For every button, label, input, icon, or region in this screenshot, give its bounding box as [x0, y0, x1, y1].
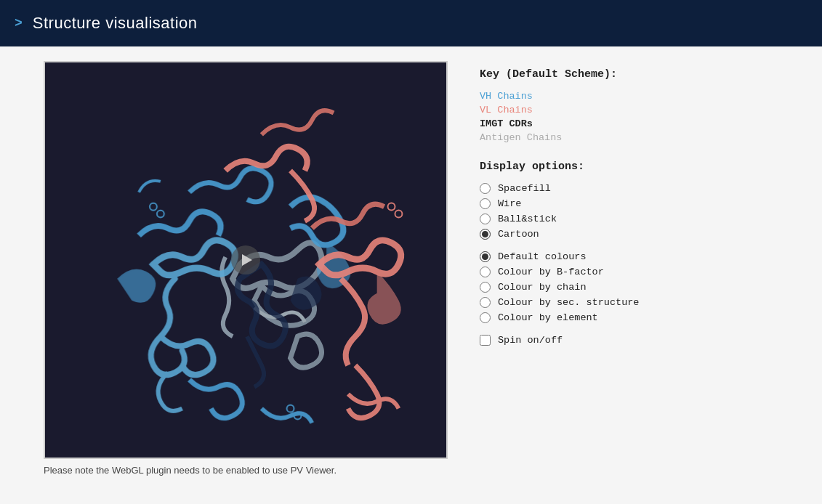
- molecule-viewer[interactable]: [44, 61, 448, 459]
- key-item-imgt: IMGT CDRs: [480, 118, 778, 129]
- spin-checkbox-input[interactable]: [480, 335, 491, 346]
- radio-element-input[interactable]: [480, 312, 491, 323]
- spin-label: Spin on/off: [498, 335, 563, 346]
- radio-ballstick-input[interactable]: [480, 214, 491, 224]
- radio-sec-structure-label: Colour by sec. structure: [498, 297, 639, 308]
- main-content: Please note the WebGL plugin needs to be…: [0, 46, 822, 490]
- page-title: Structure visualisation: [33, 14, 198, 33]
- radio-spacefill-label: Spacefill: [498, 183, 551, 194]
- radio-element[interactable]: Colour by element: [480, 312, 778, 323]
- radio-cartoon-input[interactable]: [480, 229, 491, 240]
- radio-cartoon[interactable]: Cartoon: [480, 229, 778, 240]
- radio-default-colours-label: Default colours: [498, 251, 587, 262]
- radio-wire-label: Wire: [498, 198, 521, 209]
- display-options-title: Display options:: [480, 160, 778, 173]
- colour-mode-group: Default colours Colour by B-factor Colou…: [480, 251, 778, 323]
- header: > Structure visualisation: [0, 0, 822, 46]
- radio-element-label: Colour by element: [498, 312, 598, 323]
- radio-ballstick[interactable]: Ball&stick: [480, 214, 778, 224]
- key-item-vh: VH Chains: [480, 91, 778, 102]
- key-item-antigen: Antigen Chains: [480, 132, 778, 143]
- radio-sec-structure-input[interactable]: [480, 297, 491, 308]
- radio-chain-label: Colour by chain: [498, 282, 587, 293]
- radio-wire-input[interactable]: [480, 198, 491, 209]
- radio-spacefill-input[interactable]: [480, 183, 491, 194]
- radio-wire[interactable]: Wire: [480, 198, 778, 209]
- viewer-panel: Please note the WebGL plugin needs to be…: [44, 61, 451, 476]
- viewer-note: Please note the WebGL plugin needs to be…: [44, 465, 451, 476]
- radio-bfactor[interactable]: Colour by B-factor: [480, 267, 778, 277]
- controls-panel: Key (Default Scheme): VH Chains VL Chain…: [480, 61, 778, 346]
- radio-cartoon-label: Cartoon: [498, 229, 539, 240]
- header-chevron-icon: >: [15, 16, 23, 31]
- radio-ballstick-label: Ball&stick: [498, 214, 557, 224]
- radio-default-colours-input[interactable]: [480, 251, 491, 262]
- key-item-vl: VL Chains: [480, 105, 778, 115]
- radio-spacefill[interactable]: Spacefill: [480, 183, 778, 194]
- radio-chain-input[interactable]: [480, 282, 491, 293]
- key-list: VH Chains VL Chains IMGT CDRs Antigen Ch…: [480, 91, 778, 143]
- radio-sec-structure[interactable]: Colour by sec. structure: [480, 297, 778, 308]
- radio-bfactor-label: Colour by B-factor: [498, 267, 604, 277]
- key-title: Key (Default Scheme):: [480, 68, 778, 81]
- radio-chain[interactable]: Colour by chain: [480, 282, 778, 293]
- radio-bfactor-input[interactable]: [480, 267, 491, 277]
- spin-checkbox[interactable]: Spin on/off: [480, 335, 778, 346]
- radio-default-colours[interactable]: Default colours: [480, 251, 778, 262]
- render-mode-group: Spacefill Wire Ball&stick Cartoon: [480, 183, 778, 240]
